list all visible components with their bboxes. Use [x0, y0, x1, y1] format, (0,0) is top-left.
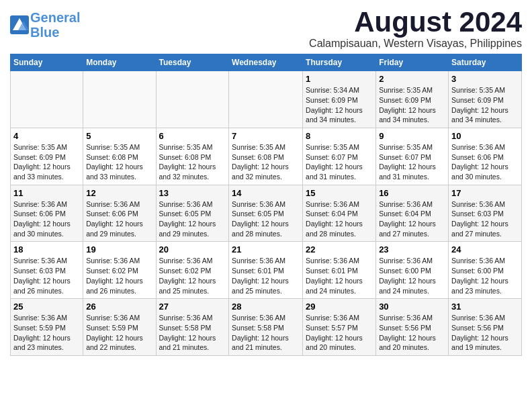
calendar-cell: 3Sunrise: 5:35 AMSunset: 6:09 PMDaylight…: [449, 71, 522, 128]
calendar-table: SundayMondayTuesdayWednesdayThursdayFrid…: [10, 54, 522, 356]
day-number: 8: [306, 131, 373, 141]
day-number: 26: [86, 302, 152, 312]
calendar-cell: 19Sunrise: 5:36 AMSunset: 6:02 PMDayligh…: [83, 242, 156, 299]
calendar-cell: 9Sunrise: 5:35 AMSunset: 6:07 PMDaylight…: [376, 128, 449, 185]
calendar-cell: 27Sunrise: 5:36 AMSunset: 5:58 PMDayligh…: [156, 299, 229, 356]
day-number: 23: [379, 244, 445, 255]
day-info: Sunrise: 5:35 AMSunset: 6:09 PMDaylight:…: [379, 85, 445, 125]
calendar-cell: 28Sunrise: 5:36 AMSunset: 5:58 PMDayligh…: [229, 299, 303, 356]
day-number: 28: [232, 302, 300, 312]
calendar-cell: 22Sunrise: 5:36 AMSunset: 6:01 PMDayligh…: [303, 242, 376, 299]
day-info: Sunrise: 5:36 AMSunset: 5:59 PMDaylight:…: [13, 313, 80, 353]
calendar-cell: [229, 71, 303, 128]
header-cell-tuesday: Tuesday: [156, 54, 229, 71]
page-title: August 2024: [309, 7, 522, 38]
calendar-cell: 8Sunrise: 5:35 AMSunset: 6:07 PMDaylight…: [303, 128, 376, 185]
calendar-cell: 30Sunrise: 5:36 AMSunset: 5:56 PMDayligh…: [376, 299, 449, 356]
calendar-cell: 18Sunrise: 5:36 AMSunset: 6:03 PMDayligh…: [11, 242, 83, 299]
day-info: Sunrise: 5:36 AMSunset: 5:59 PMDaylight:…: [86, 313, 152, 353]
header-cell-saturday: Saturday: [449, 54, 522, 71]
calendar-cell: 1Sunrise: 5:34 AMSunset: 6:09 PMDaylight…: [303, 71, 376, 128]
page-header: General Blue August 2024 Calampisauan, W…: [10, 7, 522, 50]
calendar-cell: 15Sunrise: 5:36 AMSunset: 6:04 PMDayligh…: [303, 185, 376, 242]
calendar-week-4: 18Sunrise: 5:36 AMSunset: 6:03 PMDayligh…: [11, 242, 522, 299]
calendar-cell: 2Sunrise: 5:35 AMSunset: 6:09 PMDaylight…: [376, 71, 449, 128]
day-info: Sunrise: 5:36 AMSunset: 6:02 PMDaylight:…: [159, 256, 226, 295]
logo-line2: Blue: [30, 25, 59, 40]
day-number: 16: [379, 188, 445, 198]
day-info: Sunrise: 5:36 AMSunset: 6:00 PMDaylight:…: [451, 256, 519, 295]
calendar-cell: 26Sunrise: 5:36 AMSunset: 5:59 PMDayligh…: [83, 299, 156, 356]
logo-line1: General: [30, 10, 80, 25]
calendar-header: SundayMondayTuesdayWednesdayThursdayFrid…: [11, 54, 522, 71]
day-number: 25: [13, 302, 80, 312]
day-info: Sunrise: 5:36 AMSunset: 6:06 PMDaylight:…: [451, 142, 519, 182]
calendar-cell: 13Sunrise: 5:36 AMSunset: 6:05 PMDayligh…: [156, 185, 229, 242]
day-info: Sunrise: 5:36 AMSunset: 5:58 PMDaylight:…: [232, 313, 300, 353]
logo-icon: [10, 15, 29, 34]
day-info: Sunrise: 5:36 AMSunset: 6:00 PMDaylight:…: [379, 256, 445, 295]
day-info: Sunrise: 5:36 AMSunset: 6:01 PMDaylight:…: [232, 256, 300, 295]
calendar-cell: 23Sunrise: 5:36 AMSunset: 6:00 PMDayligh…: [376, 242, 449, 299]
day-number: 9: [379, 131, 445, 141]
header-cell-wednesday: Wednesday: [229, 54, 303, 71]
day-info: Sunrise: 5:36 AMSunset: 6:04 PMDaylight:…: [306, 199, 373, 239]
calendar-cell: [83, 71, 156, 128]
day-number: 2: [379, 74, 445, 84]
calendar-cell: 17Sunrise: 5:36 AMSunset: 6:03 PMDayligh…: [449, 185, 522, 242]
day-info: Sunrise: 5:36 AMSunset: 5:57 PMDaylight:…: [306, 313, 373, 353]
day-number: 10: [451, 131, 519, 141]
day-info: Sunrise: 5:36 AMSunset: 6:06 PMDaylight:…: [86, 199, 152, 239]
calendar-cell: [156, 71, 229, 128]
day-info: Sunrise: 5:34 AMSunset: 6:09 PMDaylight:…: [306, 85, 373, 125]
day-number: 13: [159, 188, 226, 198]
day-info: Sunrise: 5:36 AMSunset: 6:01 PMDaylight:…: [306, 256, 373, 295]
calendar-week-2: 4Sunrise: 5:35 AMSunset: 6:09 PMDaylight…: [11, 128, 522, 185]
calendar-cell: 5Sunrise: 5:35 AMSunset: 6:08 PMDaylight…: [83, 128, 156, 185]
day-number: 5: [86, 131, 152, 141]
day-info: Sunrise: 5:36 AMSunset: 5:58 PMDaylight:…: [159, 313, 226, 353]
header-cell-friday: Friday: [376, 54, 449, 71]
day-number: 3: [451, 74, 519, 84]
day-info: Sunrise: 5:36 AMSunset: 6:05 PMDaylight:…: [232, 199, 300, 239]
day-info: Sunrise: 5:36 AMSunset: 5:56 PMDaylight:…: [379, 313, 445, 353]
day-number: 27: [159, 302, 226, 312]
header-cell-sunday: Sunday: [11, 54, 83, 71]
calendar-cell: 4Sunrise: 5:35 AMSunset: 6:09 PMDaylight…: [11, 128, 83, 185]
day-number: 29: [306, 302, 373, 312]
day-info: Sunrise: 5:35 AMSunset: 6:07 PMDaylight:…: [306, 142, 373, 182]
calendar-cell: 31Sunrise: 5:36 AMSunset: 5:56 PMDayligh…: [449, 299, 522, 356]
day-info: Sunrise: 5:35 AMSunset: 6:08 PMDaylight:…: [232, 142, 300, 182]
calendar-week-5: 25Sunrise: 5:36 AMSunset: 5:59 PMDayligh…: [11, 299, 522, 356]
calendar-cell: 24Sunrise: 5:36 AMSunset: 6:00 PMDayligh…: [449, 242, 522, 299]
day-number: 19: [86, 244, 152, 255]
day-info: Sunrise: 5:35 AMSunset: 6:07 PMDaylight:…: [379, 142, 445, 182]
calendar-cell: 14Sunrise: 5:36 AMSunset: 6:05 PMDayligh…: [229, 185, 303, 242]
calendar-cell: 12Sunrise: 5:36 AMSunset: 6:06 PMDayligh…: [83, 185, 156, 242]
calendar-cell: 16Sunrise: 5:36 AMSunset: 6:04 PMDayligh…: [376, 185, 449, 242]
day-info: Sunrise: 5:36 AMSunset: 6:03 PMDaylight:…: [13, 256, 80, 295]
day-number: 14: [232, 188, 300, 198]
day-info: Sunrise: 5:35 AMSunset: 6:08 PMDaylight:…: [159, 142, 226, 182]
calendar-cell: 11Sunrise: 5:36 AMSunset: 6:06 PMDayligh…: [11, 185, 83, 242]
logo-text: General Blue: [30, 10, 80, 40]
calendar-week-3: 11Sunrise: 5:36 AMSunset: 6:06 PMDayligh…: [11, 185, 522, 242]
day-number: 18: [13, 244, 80, 255]
day-number: 22: [306, 244, 373, 255]
calendar-cell: 6Sunrise: 5:35 AMSunset: 6:08 PMDaylight…: [156, 128, 229, 185]
day-info: Sunrise: 5:36 AMSunset: 6:06 PMDaylight:…: [13, 199, 80, 239]
day-number: 6: [159, 131, 226, 141]
title-block: August 2024 Calampisauan, Western Visaya…: [309, 7, 522, 50]
calendar-week-1: 1Sunrise: 5:34 AMSunset: 6:09 PMDaylight…: [11, 71, 522, 128]
day-number: 15: [306, 188, 373, 198]
calendar-cell: [11, 71, 83, 128]
logo: General Blue: [10, 10, 80, 40]
calendar-cell: 7Sunrise: 5:35 AMSunset: 6:08 PMDaylight…: [229, 128, 303, 185]
header-row: SundayMondayTuesdayWednesdayThursdayFrid…: [11, 54, 522, 71]
day-info: Sunrise: 5:35 AMSunset: 6:08 PMDaylight:…: [86, 142, 152, 182]
calendar-cell: 25Sunrise: 5:36 AMSunset: 5:59 PMDayligh…: [11, 299, 83, 356]
day-info: Sunrise: 5:36 AMSunset: 6:05 PMDaylight:…: [159, 199, 226, 239]
day-info: Sunrise: 5:36 AMSunset: 6:04 PMDaylight:…: [379, 199, 445, 239]
calendar-cell: 29Sunrise: 5:36 AMSunset: 5:57 PMDayligh…: [303, 299, 376, 356]
day-info: Sunrise: 5:35 AMSunset: 6:09 PMDaylight:…: [451, 85, 519, 125]
